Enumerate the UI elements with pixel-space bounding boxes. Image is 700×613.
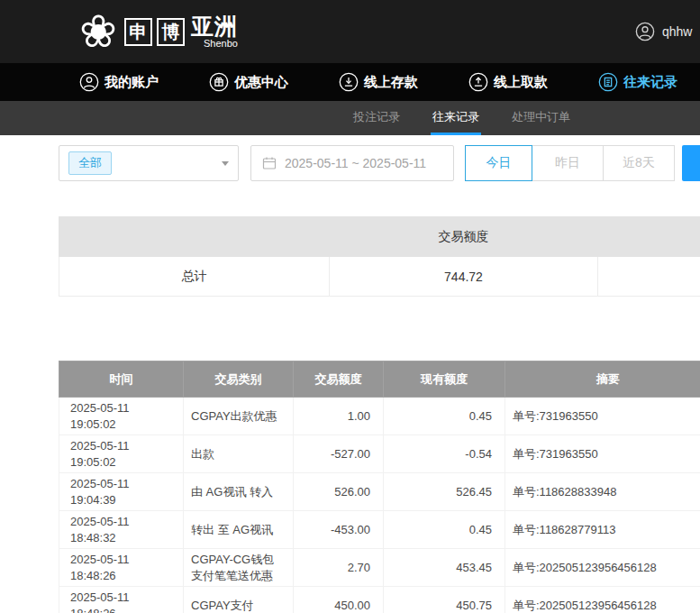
cell-summary: 单号:118628833948 <box>505 473 700 511</box>
cell-type: 由 AG视讯 转入 <box>184 473 294 511</box>
cell-balance: 450.75 <box>384 587 505 613</box>
cell-balance: 453.45 <box>384 549 505 587</box>
summary-total-row: 总计 744.72 <box>59 257 700 297</box>
cell-amount: -527.00 <box>294 435 384 473</box>
brand-char-2: 博 <box>157 18 185 46</box>
cell-time: 2025-05-11 18:48:32 <box>59 511 184 549</box>
records-header-row: 时间 交易类别 交易额度 现有额度 摘要 <box>59 361 700 398</box>
cell-type: 转出 至 AG视讯 <box>184 511 294 549</box>
brand-en-text: Shenbo <box>204 38 238 49</box>
cell-balance: 0.45 <box>384 511 505 549</box>
cell-time: 2025-05-11 19:05:02 <box>59 435 184 473</box>
cell-type: 出款 <box>184 435 294 473</box>
topbar: ❀ 申 博 亚洲 Shenbo qhhw <box>0 0 700 63</box>
user-icon <box>79 72 99 92</box>
brand-logo: ❀ 申 博 亚洲 Shenbo <box>79 0 238 63</box>
user-account[interactable]: qhhw <box>635 0 692 63</box>
nav-label: 优惠中心 <box>234 74 288 91</box>
cell-time: 2025-05-11 19:04:39 <box>59 473 184 511</box>
nav-label: 线上存款 <box>364 74 418 91</box>
summary-total-label: 总计 <box>59 257 330 297</box>
nav-item-deposit[interactable]: 线上存款 <box>339 72 418 92</box>
tab-betting-records[interactable]: 投注记录 <box>351 101 402 135</box>
nav-item-records[interactable]: 往来记录 <box>598 72 677 92</box>
cell-balance: 0.45 <box>384 398 505 435</box>
sub-nav: 投注记录 往来记录 处理中订单 <box>0 101 700 135</box>
summary-header-empty <box>598 217 700 257</box>
col-header-amount: 交易额度 <box>294 361 384 398</box>
cell-amount: 526.00 <box>294 473 384 511</box>
summary-header-label: 交易额度 <box>330 217 598 257</box>
cell-amount: -453.00 <box>294 511 384 549</box>
cell-amount: 1.00 <box>294 398 384 435</box>
summary-header-row: 交易额度 <box>59 217 700 257</box>
col-header-time: 时间 <box>59 361 184 398</box>
cell-time: 2025-05-11 18:48:26 <box>59 549 184 587</box>
nav-label: 我的账户 <box>105 74 159 91</box>
search-button[interactable] <box>682 145 700 181</box>
cell-amount: 2.70 <box>294 549 384 587</box>
summary-table: 交易额度 总计 744.72 <box>59 216 700 297</box>
cell-summary: 单号:202505123956456128 <box>505 587 700 613</box>
type-select-value: 全部 <box>68 151 112 175</box>
records-table: 时间 交易类别 交易额度 现有额度 摘要 2025-05-11 19:05:02… <box>59 361 700 613</box>
withdraw-icon <box>468 72 488 92</box>
table-row: 2025-05-11 19:05:02 CGPAY出款优惠 1.00 0.45 … <box>59 398 700 435</box>
summary-total-value: 744.72 <box>330 257 598 297</box>
cell-amount: 450.00 <box>294 587 384 613</box>
cell-summary: 单号:731963550 <box>505 398 700 435</box>
type-select[interactable]: 全部 <box>59 145 239 181</box>
username-text: qhhw <box>662 24 692 39</box>
tab-transaction-records[interactable]: 往来记录 <box>431 101 481 135</box>
table-row: 2025-05-11 18:48:26 CGPAY-CG钱包支付笔笔送优惠 2.… <box>59 549 700 587</box>
table-row: 2025-05-11 18:48:32 转出 至 AG视讯 -453.00 0.… <box>59 511 700 549</box>
nav-label: 线上取款 <box>494 74 548 91</box>
cell-balance: -0.54 <box>384 435 505 473</box>
nav-item-withdraw[interactable]: 线上取款 <box>468 72 548 92</box>
gift-icon <box>209 72 229 92</box>
date-range-input[interactable]: 2025-05-11 ~ 2025-05-11 <box>250 145 454 181</box>
flower-logo-icon: ❀ <box>79 9 117 54</box>
cell-summary: 单号:118628779113 <box>505 511 700 549</box>
brand-subtitle: 亚洲 Shenbo <box>191 14 238 50</box>
col-header-type: 交易类别 <box>184 361 294 398</box>
col-header-summary: 摘要 <box>505 361 700 398</box>
yesterday-button[interactable]: 昨日 <box>532 145 604 181</box>
brand-cn-text: 亚洲 <box>191 14 238 40</box>
table-row: 2025-05-11 18:48:26 CGPAY支付 450.00 450.7… <box>59 587 700 613</box>
cell-balance: 526.45 <box>384 473 505 511</box>
nav-item-promotions[interactable]: 优惠中心 <box>209 72 288 92</box>
cell-type: CGPAY-CG钱包支付笔笔送优惠 <box>184 549 294 587</box>
cell-summary: 单号:202505123956456128 <box>505 549 700 587</box>
cell-type: CGPAY出款优惠 <box>184 398 294 435</box>
brand-char-1: 申 <box>124 18 152 46</box>
nav-label: 往来记录 <box>623 74 677 91</box>
table-row: 2025-05-11 19:05:02 出款 -527.00 -0.54 单号:… <box>59 435 700 473</box>
summary-empty-cell <box>598 257 700 297</box>
user-avatar-icon <box>635 22 655 41</box>
today-button[interactable]: 今日 <box>465 145 532 181</box>
last-8-days-button[interactable]: 近8天 <box>603 145 675 181</box>
cell-time: 2025-05-11 18:48:26 <box>59 587 184 613</box>
nav-item-my-account[interactable]: 我的账户 <box>79 72 159 92</box>
col-header-balance: 现有额度 <box>384 361 505 398</box>
cell-time: 2025-05-11 19:05:02 <box>59 398 184 435</box>
main-nav: 我的账户 优惠中心 线上存款 线上取款 往来记录 <box>0 63 700 101</box>
chevron-down-icon <box>222 161 229 166</box>
date-range-value: 2025-05-11 ~ 2025-05-11 <box>285 156 426 170</box>
table-row: 2025-05-11 19:04:39 由 AG视讯 转入 526.00 526… <box>59 473 700 511</box>
deposit-icon <box>339 72 359 92</box>
cell-type: CGPAY支付 <box>184 587 294 613</box>
calendar-icon <box>262 156 277 170</box>
tab-processing-orders[interactable]: 处理中订单 <box>510 101 572 135</box>
cell-summary: 单号:731963550 <box>505 435 700 473</box>
summary-header-empty <box>59 217 330 257</box>
records-icon <box>598 72 618 92</box>
